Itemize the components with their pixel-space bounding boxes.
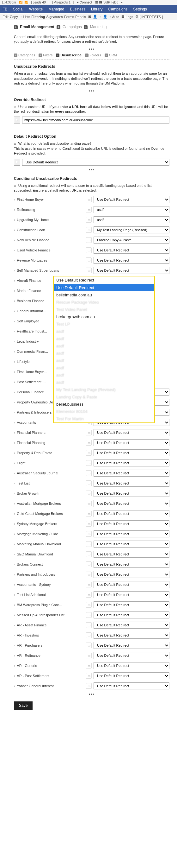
conditional-redirect-select[interactable]: Use Default Redirect	[94, 622, 169, 629]
dropdown-option-blur[interactable]: Test Video Panel	[54, 306, 154, 313]
page-icon[interactable]: ▭	[86, 561, 92, 567]
page-icon[interactable]: ▭	[86, 632, 92, 638]
subnav-forms[interactable]: Forms	[64, 15, 74, 19]
page-icon[interactable]: ▭	[86, 612, 92, 618]
nav-business[interactable]: Business	[70, 7, 85, 11]
page-icon[interactable]: ▭	[86, 247, 92, 253]
page-icon[interactable]: ▭	[86, 460, 92, 466]
dropdown-option-blur[interactable]: asdf	[54, 342, 154, 350]
page-icon[interactable]: ▭	[86, 470, 92, 476]
nav-social[interactable]: Social	[13, 7, 24, 11]
page-icon[interactable]: ▭	[86, 592, 92, 597]
dropdown-option-blur[interactable]: My Test Landing Page (Revised)	[54, 386, 154, 393]
nav-website[interactable]: Website	[29, 7, 43, 11]
page-icon[interactable]: ▭	[86, 227, 92, 233]
dropdown-option-blur[interactable]: asdf	[54, 335, 154, 342]
page-icon[interactable]: ▭	[86, 602, 92, 608]
plus-icon[interactable]: +	[56, 54, 60, 57]
conditional-redirect-select[interactable]: Use Default Redirect	[94, 247, 169, 254]
nav-managed[interactable]: Managed	[48, 7, 64, 11]
conditional-redirect-select[interactable]: Use Default Redirect	[94, 267, 169, 274]
conditional-redirect-select[interactable]: Use Default Redirect	[94, 672, 169, 679]
tab-unsubscribe[interactable]: Unsubscribe	[60, 53, 81, 57]
override-url-input[interactable]	[22, 117, 169, 124]
page-icon[interactable]: ▭	[86, 430, 92, 435]
expand-button[interactable]: +	[14, 117, 20, 124]
default-redirect-select[interactable]: Use Default Redirect	[22, 159, 169, 166]
subnav-copy[interactable]: Copy	[10, 15, 18, 19]
subnav-edit[interactable]: Edit	[3, 15, 8, 19]
dropdown-option-domain[interactable]: beliefmedia.com.au	[54, 291, 154, 299]
conditional-redirect-select[interactable]: asdf	[94, 216, 169, 223]
page-icon[interactable]: ▭	[86, 480, 92, 486]
dropdown-option-blur[interactable]: asdf	[54, 357, 154, 364]
conditional-redirect-select[interactable]: Use Default Redirect	[94, 612, 169, 618]
page-icon[interactable]: ▭	[86, 197, 92, 203]
conditional-redirect-select[interactable]: Use Default Redirect	[94, 581, 169, 588]
tab-filters[interactable]: Filters	[43, 53, 52, 57]
user-icon-2[interactable]: 👤	[103, 14, 107, 19]
page-icon[interactable]: ▭	[86, 521, 92, 527]
conditional-redirect-select[interactable]: Use Default Redirect	[94, 652, 169, 659]
page-icon[interactable]: ▭	[86, 663, 92, 669]
nav-library[interactable]: Library	[91, 7, 103, 11]
dropdown-option-selected[interactable]: Use Default Redirect	[54, 284, 154, 291]
conditional-redirect-select[interactable]: Use Default Redirect	[94, 470, 169, 476]
page-icon[interactable]: ▭	[86, 653, 92, 658]
page-icon[interactable]: ▭	[86, 582, 92, 587]
conditional-redirect-select[interactable]: Use Default Redirect	[94, 561, 169, 568]
conditional-redirect-select[interactable]: Use Default Redirect	[94, 571, 169, 578]
subnav-interests[interactable]: [ INTERESTS ]	[139, 15, 163, 19]
subnav-filtering[interactable]: Filtering	[31, 15, 45, 19]
conditional-redirect-select[interactable]: Use Default Redirect	[94, 601, 169, 608]
conditional-redirect-select[interactable]: Use Default Redirect	[94, 540, 169, 548]
dropdown-option-blur[interactable]: asdf	[54, 350, 154, 357]
conditional-redirect-select[interactable]: Use Default Redirect	[94, 682, 169, 689]
conditional-redirect-select[interactable]: Use Default Redirect	[94, 632, 169, 639]
conditional-redirect-select[interactable]: Use Default Redirect	[94, 642, 169, 649]
page-icon[interactable]: ▭	[86, 622, 92, 628]
grid-icon[interactable]: ⊞	[88, 14, 91, 19]
dropdown-option-domain[interactable]: brokergrowth.com.au	[54, 313, 154, 320]
conditional-redirect-select[interactable]: asdf	[94, 206, 169, 213]
dropdown-option-blur[interactable]: asdf	[54, 328, 154, 335]
dropdown-option-blur[interactable]: Rescue Package Video	[54, 299, 154, 306]
redirect-dropdown-open[interactable]: Use Default Redirect Use Default Redirec…	[53, 276, 155, 423]
list-icon[interactable]: ☰	[121, 14, 125, 19]
conditional-redirect-select[interactable]: Use Default Redirect	[94, 196, 169, 203]
page-icon[interactable]: ▭	[86, 268, 92, 273]
page-icon[interactable]: ▭	[86, 673, 92, 679]
conditional-redirect-select[interactable]: Use Default Redirect	[94, 510, 169, 517]
page-icon[interactable]: ▭	[86, 217, 92, 223]
conditional-redirect-select[interactable]: Use Default Redirect	[94, 429, 169, 436]
user-icon[interactable]: 👤	[93, 14, 97, 19]
nav-campaigns[interactable]: Campaigns	[108, 7, 128, 11]
plus-icon[interactable]: +	[85, 54, 88, 57]
nav-fb[interactable]: FB	[3, 7, 7, 11]
save-button[interactable]: Save	[14, 702, 33, 710]
conditional-redirect-select[interactable]: Use Default Redirect	[94, 500, 169, 507]
conditional-redirect-select[interactable]: Use Default Redirect	[94, 551, 169, 558]
gear-icon[interactable]: ⚙	[135, 14, 138, 19]
page-icon[interactable]: ▭	[86, 237, 92, 243]
page-icon[interactable]: ▭	[86, 450, 92, 456]
conditional-redirect-select[interactable]: Use Default Redirect	[94, 520, 169, 527]
page-icon[interactable]: ▭	[86, 440, 92, 445]
conditional-redirect-select[interactable]: Use Default Redirect	[94, 257, 169, 264]
page-icon[interactable]: ▭	[86, 531, 92, 537]
dropdown-option-blur[interactable]: Elementor 80104	[54, 408, 154, 415]
dropdown-option-blur[interactable]: asdf	[54, 371, 154, 379]
dropdown-option-blur[interactable]: Test For Martin	[54, 415, 154, 423]
plus-icon[interactable]: +	[105, 54, 108, 57]
page-icon[interactable]: ▭	[86, 541, 92, 547]
conditional-redirect-select[interactable]: Use Default Redirect	[94, 662, 169, 669]
nav-settings[interactable]: Settings	[133, 7, 147, 11]
conditional-redirect-select[interactable]: Use Default Redirect	[94, 439, 169, 446]
dropdown-option-domain[interactable]: belief.business	[54, 401, 154, 408]
subnav-logs[interactable]: Logs	[126, 15, 133, 19]
page-icon[interactable]: ▭	[86, 551, 92, 557]
plus-icon[interactable]: +	[14, 54, 17, 57]
conditional-redirect-select[interactable]: Use Default Redirect	[94, 530, 169, 537]
page-icon[interactable]: ▭	[86, 683, 92, 689]
conditional-redirect-select[interactable]: Use Default Redirect	[94, 480, 169, 487]
